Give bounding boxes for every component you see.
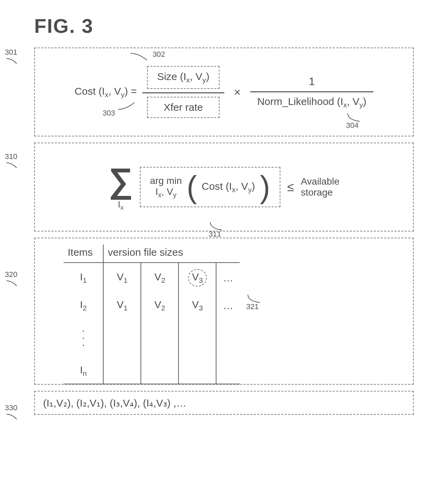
version-cell-empty bbox=[141, 358, 178, 384]
ellipsis-cell-empty bbox=[216, 318, 240, 358]
figure-3-page: FIG. 3 301 302 303 304 310 311 320 321 3… bbox=[0, 0, 424, 504]
item-cell-dots: ... bbox=[64, 318, 103, 358]
col-header-versions: version file sizes bbox=[103, 244, 240, 263]
argmin-label: arg min Ix, Vy bbox=[150, 175, 182, 199]
fraction-line-2 bbox=[250, 91, 373, 92]
figure-title: FIG. 3 bbox=[34, 14, 414, 37]
version-cell-empty bbox=[141, 318, 178, 358]
version-cell-empty bbox=[178, 318, 216, 358]
items-versions-table: Items version file sizes I1V1V2V3…I2V1V2… bbox=[64, 244, 240, 384]
right-paren: ) bbox=[260, 172, 270, 202]
box-310-constraint: ∑ Ix arg min Ix, Vy ( Cost (Ix, Vy) ) ≤ … bbox=[34, 143, 414, 231]
box-320-table: Items version file sizes I1V1V2V3…I2V1V2… bbox=[34, 238, 414, 385]
callout-320: 320 bbox=[5, 270, 18, 289]
size-box-302: Size (Ix, Vy) bbox=[147, 66, 220, 89]
circled-version-321: V3 bbox=[188, 269, 207, 287]
le-symbol: ≤ bbox=[287, 180, 294, 194]
sigma-subscript: Ix bbox=[118, 200, 123, 211]
size-over-xfer-fraction: Size (Ix, Vy) Xfer rate bbox=[142, 66, 224, 118]
table-row: I1V1V2V3… bbox=[64, 263, 240, 293]
version-cell: V3 bbox=[178, 263, 216, 293]
cost-lhs: Cost (Ix, Vy) = bbox=[75, 85, 137, 99]
sigma-block: ∑ Ix bbox=[108, 163, 133, 211]
xfer-box-303: Xfer rate bbox=[147, 97, 220, 118]
col-header-items: Items bbox=[64, 244, 103, 263]
norm-likelihood-304: Norm_Likelihood (Ix, Vy) bbox=[257, 96, 366, 109]
version-cell-empty bbox=[103, 358, 141, 384]
box-330-pairs: (I₁,V₂), (I₂,V₁), (I₃,V₄), (I₄,V₃) ,… bbox=[34, 391, 414, 415]
left-paren: ( bbox=[187, 172, 197, 202]
item-cell: I2 bbox=[64, 293, 103, 318]
version-cell: V3 bbox=[178, 293, 216, 318]
available-storage-label: Available storage bbox=[301, 176, 340, 198]
callout-301: 301 bbox=[5, 48, 18, 67]
version-cell-empty bbox=[178, 358, 216, 384]
version-cell: V1 bbox=[103, 263, 141, 293]
argmin-box-311: arg min Ix, Vy ( Cost (Ix, Vy) ) bbox=[140, 167, 280, 207]
table-row: In bbox=[64, 358, 240, 384]
times-symbol: × bbox=[234, 85, 241, 99]
version-cell: V2 bbox=[141, 293, 178, 318]
numerator-one: 1 bbox=[309, 75, 315, 88]
item-cell: In bbox=[64, 358, 103, 384]
ellipsis-cell: … bbox=[216, 293, 240, 318]
table-row-dots: ... bbox=[64, 318, 240, 358]
sigma-symbol: ∑ bbox=[108, 163, 133, 197]
box-301-cost-definition: Cost (Ix, Vy) = Size (Ix, Vy) Xfer rate … bbox=[34, 48, 414, 136]
callout-310: 310 bbox=[5, 152, 18, 171]
table-row: I2V1V2V3… bbox=[64, 293, 240, 318]
cost-call: Cost (Ix, Vy) bbox=[202, 181, 255, 194]
version-cell: V2 bbox=[141, 263, 178, 293]
version-cell: V1 bbox=[103, 293, 141, 318]
fraction-line-1 bbox=[142, 92, 224, 93]
version-cell-empty bbox=[103, 318, 141, 358]
one-over-norm-fraction: 1 Norm_Likelihood (Ix, Vy) bbox=[250, 75, 373, 109]
item-cell: I1 bbox=[64, 263, 103, 293]
ellipsis-cell-empty bbox=[216, 358, 240, 384]
result-pairs: (I₁,V₂), (I₂,V₁), (I₃,V₄), (I₄,V₃) ,… bbox=[43, 397, 186, 409]
ellipsis-cell: … bbox=[216, 263, 240, 293]
callout-330: 330 bbox=[5, 403, 18, 423]
